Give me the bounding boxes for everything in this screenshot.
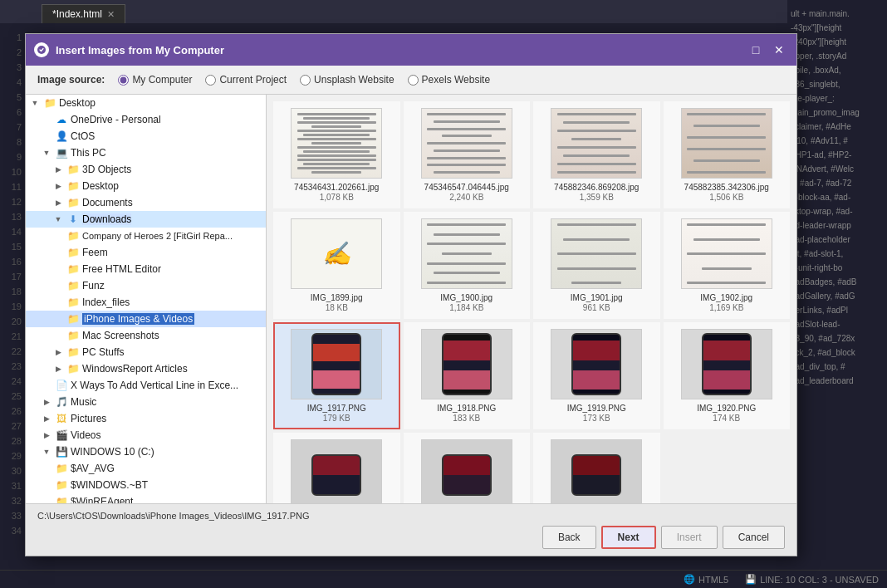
tree-toggle[interactable]: ▼: [41, 446, 52, 458]
file-thumbnail: [551, 439, 642, 503]
dialog-maximize-button[interactable]: □: [747, 41, 765, 59]
tree-toggle[interactable]: ▼: [52, 213, 64, 225]
tree-toggle[interactable]: ▼: [41, 147, 52, 159]
tab-index-html[interactable]: *Index.html ✕: [42, 4, 125, 23]
file-thumbnail: [291, 329, 382, 399]
list-item[interactable]: 745882385.342306.jpg 1,506 KB: [664, 101, 791, 208]
file-thumbnail: [551, 329, 642, 399]
file-thumbnail: [421, 218, 512, 289]
dialog-titlebar: Insert Images from My Computer □ ✕: [26, 34, 796, 66]
tree-item-documents[interactable]: ▶ 📁 Documents: [26, 194, 266, 211]
file-thumbnail: [421, 439, 512, 503]
music-icon: 🎵: [55, 395, 68, 409]
folder-icon: 📁: [66, 196, 80, 209]
list-item[interactable]: [404, 433, 531, 503]
folder-icon: 📁: [55, 495, 68, 503]
tree-toggle[interactable]: ▶: [52, 363, 64, 375]
tree-item-windows-report[interactable]: ▶ 📁 WindowsReport Articles: [26, 360, 266, 377]
tree-item-mac-screenshots[interactable]: 📁 Mac Screenshots: [26, 327, 266, 344]
tree-item-iphone-images[interactable]: 📁 iPhone Images & Videos: [26, 311, 266, 327]
dialog-close-button[interactable]: ✕: [770, 41, 788, 59]
source-my-computer[interactable]: My Computer: [118, 74, 192, 86]
videos-icon: 🎬: [55, 429, 68, 442]
list-item[interactable]: 745346547.046445.jpg 2,240 KB: [404, 101, 531, 208]
pictures-icon: 🖼: [55, 412, 68, 425]
tree-toggle[interactable]: ▶: [41, 396, 52, 408]
next-button[interactable]: Next: [601, 526, 656, 549]
dialog-title-icon: [34, 42, 49, 57]
tree-item-3dobjects[interactable]: ▶ 📁 3D Objects: [26, 161, 266, 178]
list-item[interactable]: IMG_1918.PNG 183 KB: [404, 322, 531, 429]
source-pexels[interactable]: Pexels Website: [408, 74, 490, 86]
file-grid[interactable]: 745346431.202661.jpg 1,078 KB 745346547.…: [267, 95, 796, 503]
tree-item-ctos[interactable]: 👤 CtOS: [26, 128, 266, 145]
folder-icon: 📁: [66, 262, 80, 276]
list-item[interactable]: IMG_1917.PNG 179 KB: [273, 322, 400, 429]
list-item[interactable]: [273, 433, 400, 503]
tree-toggle[interactable]: ▶: [41, 429, 52, 441]
tree-item-windows-bt[interactable]: 📁 $WINDOWS.~BT: [26, 477, 266, 493]
file-icon: 📄: [55, 379, 68, 392]
folder-icon: 📁: [66, 329, 80, 342]
tree-item-index-files[interactable]: 📁 Index_files: [26, 294, 266, 311]
cancel-button[interactable]: Cancel: [723, 526, 785, 549]
source-current-project[interactable]: Current Project: [205, 74, 287, 86]
folder-icon: 📁: [66, 362, 80, 375]
insert-button[interactable]: Insert: [661, 526, 718, 549]
folder-icon: 📁: [66, 229, 80, 243]
file-thumbnail: [551, 218, 642, 289]
file-thumbnail: [681, 108, 772, 179]
statusbar: 🌐 HTML5 💾 LINE: 10 COL: 3 - UNSAVED: [0, 570, 887, 588]
file-thumbnail: [551, 108, 642, 179]
file-thumbnail: [291, 439, 382, 503]
folder-icon: 📁: [55, 478, 68, 492]
list-item[interactable]: IMG_1919.PNG 173 KB: [533, 322, 660, 429]
tree-item-winre[interactable]: 📁 $WinREAgent: [26, 493, 266, 503]
list-item[interactable]: IMG_1901.jpg 961 KB: [533, 212, 660, 319]
tree-item-feem[interactable]: 📁 Feem: [26, 244, 266, 261]
dialog-body: Image source: My Computer Current Projec…: [26, 66, 796, 556]
tree-toggle[interactable]: ▶: [52, 180, 64, 192]
folder-icon: 📁: [66, 312, 80, 326]
tree-item-music[interactable]: ▶ 🎵 Music: [26, 394, 266, 410]
file-thumbnail: [421, 108, 512, 179]
tree-toggle[interactable]: ▼: [29, 97, 41, 109]
tree-toggle[interactable]: ▶: [52, 346, 64, 358]
list-item[interactable]: IMG_1920.PNG 174 KB: [664, 322, 791, 429]
tree-toggle[interactable]: ▶: [52, 197, 64, 208]
list-item[interactable]: IMG_1902.jpg 1,169 KB: [664, 212, 791, 319]
tree-toggle[interactable]: ▶: [52, 164, 64, 175]
tree-item-this-pc[interactable]: ▼ 💻 This PC: [26, 145, 266, 161]
tree-item-pictures[interactable]: ▶ 🖼 Pictures: [26, 410, 266, 427]
tree-item-desktop-sub[interactable]: ▶ 📁 Desktop: [26, 178, 266, 194]
tree-item-funz[interactable]: 📁 Funz: [26, 277, 266, 294]
list-item[interactable]: ✍ IMG_1899.jpg 18 KB: [273, 212, 400, 319]
image-source-label: Image source:: [37, 74, 105, 86]
source-unsplash[interactable]: Unsplash Website: [300, 74, 394, 86]
tree-item-windows10[interactable]: ▼ 💾 WINDOWS 10 (C:): [26, 443, 266, 460]
tab-close-button[interactable]: ✕: [107, 9, 115, 20]
tree-item-x-ways[interactable]: 📄 X Ways To Add Vertical Line in Exce...: [26, 377, 266, 394]
tree-toggle[interactable]: ▶: [41, 413, 52, 424]
tree-item-coh2[interactable]: 📁 Company of Heroes 2 [FitGirl Repa...: [26, 228, 266, 244]
tree-toggle: [41, 114, 52, 125]
tree-item-videos[interactable]: ▶ 🎬 Videos: [26, 427, 266, 443]
list-item[interactable]: IMG_1900.jpg 1,184 KB: [404, 212, 531, 319]
list-item[interactable]: 745882346.869208.jpg 1,359 KB: [533, 101, 660, 208]
statusbar-line-col: 💾 LINE: 10 COL: 3 - UNSAVED: [745, 574, 879, 585]
file-thumbnail: [681, 218, 772, 289]
list-item[interactable]: [533, 433, 660, 503]
tree-item-pc-stuffs[interactable]: ▶ 📁 PC Stuffs: [26, 344, 266, 360]
tree-item-onedrive[interactable]: ☁ OneDrive - Personal: [26, 111, 266, 128]
file-tree[interactable]: ▼ 📁 Desktop ☁ OneDrive - Personal: [26, 95, 267, 503]
tree-item-av-avg[interactable]: 📁 $AV_AVG: [26, 460, 266, 477]
tree-item-downloads[interactable]: ▼ ⬇ Downloads: [26, 211, 266, 228]
user-icon: 👤: [55, 130, 68, 143]
tree-item-desktop[interactable]: ▼ 📁 Desktop: [26, 95, 266, 111]
back-button[interactable]: Back: [542, 526, 596, 549]
dialog-window-controls: □ ✕: [747, 41, 788, 59]
folder-icon: 📁: [66, 345, 80, 359]
computer-icon: 💻: [55, 146, 68, 159]
list-item[interactable]: 745346431.202661.jpg 1,078 KB: [273, 101, 400, 208]
tree-item-free-html[interactable]: 📁 Free HTML Editor: [26, 261, 266, 277]
